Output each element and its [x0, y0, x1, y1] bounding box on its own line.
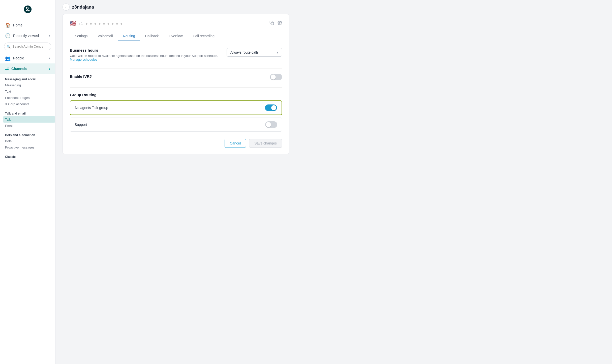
bots-automation-title: Bots and automation [5, 131, 55, 138]
sidebar-item-talk[interactable]: Talk [3, 116, 55, 123]
ivr-title: Enable IVR? [70, 74, 92, 79]
sidebar-item-messaging[interactable]: Messaging [5, 82, 55, 88]
business-hours-row: Business hours Calls will be routed to a… [70, 48, 282, 61]
no-agents-toggle[interactable] [265, 104, 277, 111]
card-footer: Cancel Save changes [70, 139, 282, 148]
svg-point-1 [279, 22, 281, 23]
sidebar-item-xcorp[interactable]: X Corp accounts [5, 101, 55, 107]
search-icon: 🔍 [7, 45, 11, 48]
people-icon: 👥 [5, 55, 11, 61]
settings-icon-button[interactable] [278, 21, 282, 26]
tab-settings[interactable]: Settings [70, 31, 93, 41]
ivr-row: Enable IVR? [70, 74, 282, 80]
classic-title: Classic [5, 153, 55, 160]
main-card: 🇺🇸 +1 ● ● ● ● ● ● ● ● ● [63, 14, 289, 154]
channels-sub-section: Messaging and social Messaging Text Face… [0, 74, 55, 160]
chevron-up-icon-channels: ▴ [49, 67, 50, 70]
tab-overflow[interactable]: Overflow [164, 31, 188, 41]
sidebar-item-channels[interactable]: ⇄ Channels ▴ [0, 63, 55, 74]
group-item-support: Support [70, 118, 282, 132]
channels-label: Channels [11, 67, 27, 71]
recently-viewed-label: Recently viewed [13, 34, 39, 38]
group-item-no-agents: No agents Talk group [70, 100, 282, 115]
group-routing-title: Group Routing [70, 93, 282, 97]
business-hours-title: Business hours [70, 48, 222, 52]
zendesk-logo [23, 5, 33, 14]
home-label: Home [13, 23, 22, 27]
sidebar-item-proactive[interactable]: Proactive messages [5, 144, 55, 151]
group-item-support-label: Support [75, 123, 87, 127]
flag-icon: 🇺🇸 [70, 20, 76, 26]
divider-2 [70, 87, 282, 88]
phone-plus: +1 [79, 21, 83, 26]
phone-actions [269, 21, 282, 26]
sidebar-item-text[interactable]: Text [5, 88, 55, 95]
dropdown-value: Always route calls [230, 50, 259, 54]
tab-callback[interactable]: Callback [140, 31, 164, 41]
business-hours-section: Business hours Calls will be routed to a… [70, 48, 282, 61]
sidebar-nav: 🏠 Home 🕐 Recently viewed ▾ 🔍 👥 People ▾ … [0, 18, 55, 162]
sidebar-item-bots[interactable]: Bots [5, 138, 55, 144]
chevron-down-icon-dropdown: ▾ [277, 51, 278, 54]
group-item-no-agents-label: No agents Talk group [75, 106, 108, 110]
ivr-toggle[interactable] [270, 74, 282, 80]
sidebar-item-facebook[interactable]: Facebook Pages [5, 95, 55, 101]
phone-number: ● ● ● ● ● ● ● ● ● [85, 21, 123, 26]
cancel-button[interactable]: Cancel [225, 139, 246, 148]
clock-icon: 🕐 [5, 33, 11, 39]
topbar: ‹ z3ndajana [55, 0, 612, 14]
search-container: 🔍 [0, 41, 55, 53]
page-title: z3ndajana [72, 5, 94, 10]
messaging-social-title: Messaging and social [5, 76, 55, 82]
search-input[interactable] [4, 43, 51, 50]
chevron-down-icon-people: ▾ [49, 56, 50, 60]
channels-icon: ⇄ [5, 66, 9, 71]
copy-icon-button[interactable] [269, 21, 274, 26]
sidebar-item-home[interactable]: 🏠 Home [0, 20, 55, 30]
support-toggle[interactable] [265, 121, 277, 128]
phone-header: 🇺🇸 +1 ● ● ● ● ● ● ● ● ● [70, 20, 282, 26]
enable-ivr-section: Enable IVR? [70, 74, 282, 80]
home-icon: 🏠 [5, 22, 11, 28]
group-routing-section: Group Routing No agents Talk group Suppo… [70, 93, 282, 132]
tab-routing[interactable]: Routing [118, 31, 140, 41]
svg-rect-0 [271, 22, 274, 25]
people-label: People [13, 56, 24, 60]
talk-email-title: Talk and email [5, 110, 55, 116]
logo-container [0, 0, 55, 18]
main-content: ‹ z3ndajana 🇺🇸 +1 ● ● ● ● ● ● ● ● ● [55, 0, 612, 364]
sidebar-item-email[interactable]: Email [5, 123, 55, 129]
sidebar: 🏠 Home 🕐 Recently viewed ▾ 🔍 👥 People ▾ … [0, 0, 55, 364]
business-hours-text: Business hours Calls will be routed to a… [70, 48, 222, 61]
business-hours-dropdown[interactable]: Always route calls ▾ [227, 48, 282, 57]
tab-voicemail[interactable]: Voicemail [93, 31, 118, 41]
save-button[interactable]: Save changes [249, 139, 282, 148]
business-hours-desc: Calls will be routed to available agents… [70, 54, 222, 61]
tab-call-recording[interactable]: Call recording [188, 31, 220, 41]
manage-schedules-link[interactable]: Manage schedules [70, 58, 97, 61]
tabs: Settings Voicemail Routing Callback Over… [70, 31, 282, 41]
collapse-sidebar-button[interactable]: ‹ [63, 4, 70, 11]
sidebar-item-recently-viewed[interactable]: 🕐 Recently viewed ▾ [0, 30, 55, 41]
chevron-down-icon: ▾ [49, 34, 50, 38]
content-area: 🇺🇸 +1 ● ● ● ● ● ● ● ● ● [55, 14, 612, 364]
sidebar-item-people[interactable]: 👥 People ▾ [0, 53, 55, 63]
divider-1 [70, 68, 282, 69]
